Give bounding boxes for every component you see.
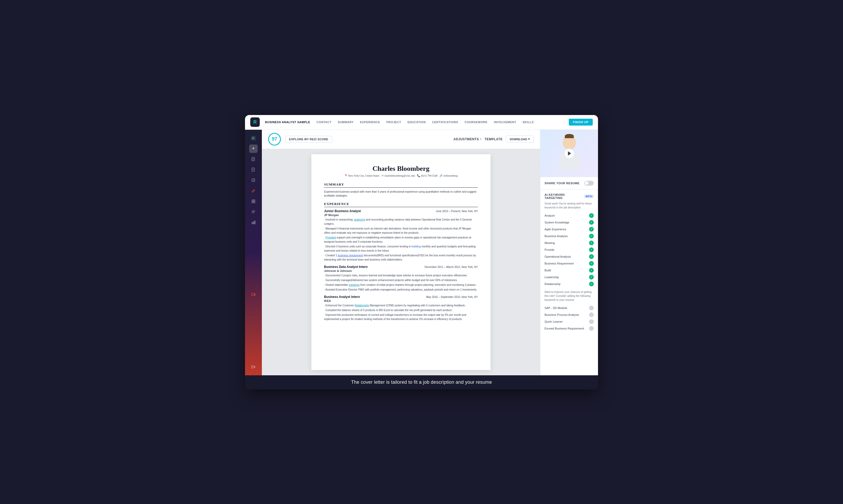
person-head — [563, 135, 576, 149]
main-layout: R + — [245, 130, 598, 375]
keyword-name-quick-learner: Quick Learner — [545, 320, 563, 323]
sidebar: R + — [245, 130, 262, 375]
keyword-header: AI KEYWORD TARGETING BETA — [545, 193, 594, 199]
circle-icon-quick-learner — [589, 319, 594, 324]
rezi-score-circle: 97 — [268, 133, 281, 146]
check-icon-business-analysis: ✓ — [589, 234, 594, 238]
svg-rect-6 — [252, 168, 255, 171]
keyword-name-business-analysis: Business Analysis — [545, 234, 568, 238]
play-button[interactable] — [565, 149, 574, 158]
sidebar-video-icon[interactable] — [249, 290, 258, 299]
bottom-caption: The cover letter is tailored to fit a jo… — [245, 375, 598, 389]
template-button[interactable]: TEMPLATE — [484, 138, 503, 141]
nav-item-business-analyst-sample[interactable]: BUSINESS ANALYST SAMPLE — [265, 121, 310, 124]
resume-panel: Charles Bloomberg 📍 New York City, Unite… — [262, 149, 540, 375]
highlight-meetings: meetings — [349, 284, 360, 286]
resume-name: Charles Bloomberg — [324, 165, 478, 173]
nav-links: BUSINESS ANALYST SAMPLE CONTACT SUMMARY … — [265, 121, 569, 124]
sidebar-logo-icon[interactable]: R — [249, 134, 258, 142]
sidebar-edit-icon[interactable] — [249, 186, 258, 195]
nav-item-summary[interactable]: SUMMARY — [338, 121, 354, 124]
svg-rect-10 — [252, 200, 253, 201]
keyword-name-provide: Provide — [545, 248, 554, 251]
keyword-row-build: Build ✓ — [545, 267, 594, 274]
share-label: SHARE YOUR RESUME — [545, 182, 580, 185]
improve-desc: Want to improve your chances of getting … — [545, 290, 594, 302]
svg-rect-13 — [254, 202, 255, 203]
highlight-analyzing: analyzing — [354, 218, 365, 221]
suggested-keywords-list: SAP - SD Module Business Process Analysi… — [545, 305, 594, 332]
check-icon-business-requirement: ✓ — [589, 261, 594, 266]
keyword-row-system-knowledge: System Knowledge ✓ — [545, 219, 594, 226]
share-toggle[interactable] — [584, 181, 594, 185]
job-title-0: Junior Business Analyst — [324, 209, 361, 213]
sidebar-add-icon[interactable]: + — [249, 144, 258, 153]
keyword-name-analyze: Analyze — [545, 214, 555, 217]
nav-item-experience[interactable]: EXPERIENCE — [360, 121, 380, 124]
nav-item-project[interactable]: PROJECT — [386, 121, 401, 124]
keyword-row-business-analysis: Business Analysis ✓ — [545, 233, 594, 239]
resume-linkedin: 🔗 in/bloomberg — [440, 174, 458, 177]
location-icon: 📍 — [344, 174, 347, 177]
job-company-0: JP Morgan — [324, 213, 478, 217]
nav-item-skills[interactable]: SKILLS — [522, 121, 533, 124]
job-date-2: May 2010 – September 2010, New York, NY — [426, 295, 478, 299]
adjustments-chevron: ▾ — [480, 138, 482, 141]
toolbar: 97 EXPLORE MY REZI SCORE ADJUSTMENTS ▾ T… — [262, 130, 540, 149]
resume-location: 📍 New York City, United States — [344, 174, 379, 177]
app-logo[interactable]: R — [250, 118, 260, 127]
download-button[interactable]: DOWNLOAD ▾ — [506, 136, 534, 143]
keyword-row-business-requirement: Business Requirement ✓ — [545, 260, 594, 267]
sidebar-grid-icon[interactable] — [249, 197, 258, 205]
check-icon-relationship: ✓ — [589, 282, 594, 286]
keyword-name-sap: SAP - SD Module — [545, 306, 567, 309]
toolbar-right: ADJUSTMENTS ▾ TEMPLATE DOWNLOAD ▾ — [453, 136, 534, 143]
finish-up-button[interactable]: FINISH UP — [569, 119, 593, 126]
nav-item-involvement[interactable]: INVOLVEMENT — [494, 121, 516, 124]
svg-rect-20 — [252, 293, 254, 295]
nav-item-education[interactable]: EDUCATION — [408, 121, 426, 124]
play-triangle-icon — [568, 151, 571, 156]
check-icon-operational-analysis: ✓ — [589, 254, 594, 259]
score-value: 97 — [272, 136, 277, 142]
keyword-ranking-desc: Great work! You're ranking well for thes… — [545, 202, 594, 210]
svg-text:R: R — [252, 137, 254, 140]
job-bullets-0: · Involved in researching, analyzing and… — [324, 218, 478, 262]
keyword-name-agile-experience: Agile Experience — [545, 228, 566, 231]
sidebar-logout-icon[interactable] — [249, 363, 258, 371]
summary-text: Experienced business analyst with more t… — [324, 190, 478, 198]
job-title-2: Business Analyst Intern — [324, 295, 360, 299]
explore-score-button[interactable]: EXPLORE MY REZI SCORE — [285, 136, 332, 143]
adjustments-button[interactable]: ADJUSTMENTS ▾ — [453, 138, 481, 141]
sidebar-file-icon[interactable] — [249, 165, 258, 174]
svg-rect-12 — [252, 202, 253, 203]
sidebar-chart-icon[interactable] — [249, 218, 258, 227]
share-section: SHARE YOUR RESUME — [540, 177, 598, 190]
keyword-row-operational-analysis: Operational Analysis ✓ — [545, 253, 594, 260]
keyword-name-bpa: Business Process Analysis — [545, 313, 579, 316]
toggle-knob — [585, 181, 588, 185]
sidebar-checklist-icon[interactable] — [249, 176, 258, 184]
sidebar-document-icon[interactable] — [249, 155, 258, 163]
keyword-row-bpa: Business Process Analysis — [545, 311, 594, 318]
job-header-2: Business Analyst Intern May 2010 – Septe… — [324, 295, 478, 299]
keyword-name-operational-analysis: Operational Analysis — [545, 255, 571, 258]
highlight-building: building — [412, 245, 420, 248]
nav-item-certifications[interactable]: CERTIFICATIONS — [432, 121, 458, 124]
check-icon-meeting: ✓ — [589, 240, 594, 245]
keyword-name-system-knowledge: System Knowledge — [545, 221, 569, 224]
keyword-name-business-requirement: Business Requirement — [545, 262, 574, 265]
svg-rect-11 — [254, 200, 255, 201]
linkedin-icon: 🔗 — [440, 174, 443, 177]
circle-icon-exceed — [589, 326, 594, 331]
highlight-relationship: Relationship — [355, 304, 369, 307]
keyword-name-exceed: Exceed Business Requirement — [545, 327, 584, 330]
nav-item-coursework[interactable]: COURSEWORK — [464, 121, 487, 124]
svg-rect-19 — [255, 221, 255, 224]
circle-icon-sap — [589, 306, 594, 310]
resume-phone: 📞 (621) 799-5548 — [417, 174, 437, 177]
right-panel: SHARE YOUR RESUME AI KEYWORD TARGETING B… — [540, 130, 598, 375]
nav-item-contact[interactable]: CONTACT — [316, 121, 331, 124]
job-bullets-1: · Documented 3 project risks, lessons le… — [324, 273, 478, 292]
sidebar-list-icon[interactable] — [249, 208, 258, 216]
